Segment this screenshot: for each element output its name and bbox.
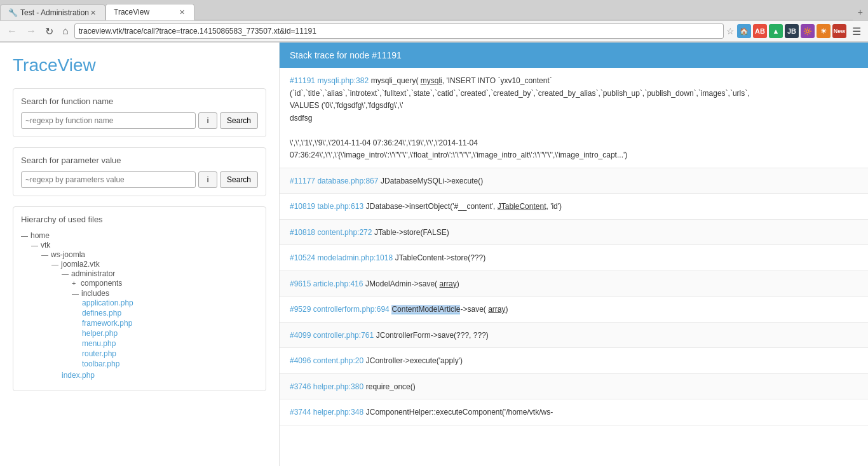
content-model-article-highlight[interactable]: ContentModelArticle: [391, 305, 460, 314]
tree-node-includes[interactable]: — includes: [72, 289, 258, 298]
tree-node-framework-php[interactable]: framework.php: [82, 319, 258, 328]
trace-item-11191: #11191 mysqli.php:382 mysqli_query( mysq…: [280, 68, 868, 168]
tree-node-vtk[interactable]: — vtk: [31, 241, 258, 250]
ext-icon-6[interactable]: ☀: [817, 24, 831, 38]
label-defines-php[interactable]: defines.php: [82, 309, 121, 318]
tab-close-test-admin[interactable]: ✕: [89, 9, 97, 17]
address-bar[interactable]: [74, 23, 724, 39]
parameter-search-button[interactable]: Search: [220, 171, 258, 188]
trace-text-11177: JDatabaseMySQLi->execute(): [381, 177, 483, 185]
tab-traceview[interactable]: TraceView ✕: [105, 4, 194, 20]
ext-icon-4[interactable]: JB: [785, 24, 799, 38]
tree-item-framework-php: framework.php: [82, 318, 258, 328]
trace-list: #11191 mysqli.php:382 mysqli_query( mysq…: [280, 68, 868, 425]
tree-node-index-php[interactable]: index.php: [62, 371, 258, 380]
back-button[interactable]: ←: [4, 24, 20, 38]
tree-item-router-php: router.php: [82, 349, 258, 359]
trace-item-10818: #10818 content.php:272 JTable->store(FAL…: [280, 220, 868, 246]
tree-node-router-php[interactable]: router.php: [82, 349, 258, 358]
label-helper-php[interactable]: helper.php: [82, 329, 118, 338]
label-components: components: [81, 279, 122, 288]
tree-node-toolbar-php[interactable]: toolbar.php: [82, 359, 258, 368]
ext-icon-1[interactable]: 🏠: [737, 24, 751, 38]
trace-text-3746: require_once(): [366, 382, 416, 391]
label-toolbar-php[interactable]: toolbar.php: [82, 359, 119, 368]
label-index-php[interactable]: index.php: [62, 371, 95, 380]
trace-link-4096[interactable]: #4096 content.php:20: [290, 356, 363, 365]
tree-node-joomla2[interactable]: — joomla2.vtk: [51, 260, 258, 269]
trace-item-3744: #3744 helper.php:348 JComponentHelper::e…: [280, 399, 868, 425]
forward-button[interactable]: →: [23, 24, 39, 38]
tree-children-includes: application.php defines.php: [72, 298, 258, 369]
trace-link-10524[interactable]: #10524 modeladmin.php:1018: [290, 253, 393, 262]
trace-link-11177[interactable]: #11177 database.php:867: [290, 177, 378, 185]
page-wrapper: TraceView Search for function name Searc…: [0, 43, 868, 466]
toggle-ws-joomla: —: [41, 251, 48, 258]
tree-node-menu-php[interactable]: menu.php: [82, 339, 258, 348]
trace-item-3746: #3746 helper.php:380 require_once(): [280, 374, 868, 400]
tab-spacer: [194, 20, 853, 20]
tree-children-vtk: — ws-joomla — joomla2.vtk: [31, 250, 258, 382]
trace-item-11177: #11177 database.php:867 JDatabaseMySQLi-…: [280, 168, 868, 194]
tree-children-ws-joomla: — joomla2.vtk —: [41, 259, 258, 381]
label-ws-joomla: ws-joomla: [51, 250, 85, 259]
tree-node-ws-joomla[interactable]: — ws-joomla: [41, 250, 258, 259]
new-tab-button[interactable]: +: [853, 4, 868, 20]
bookmark-icon[interactable]: ☆: [726, 26, 735, 36]
menu-button[interactable]: ☰: [849, 24, 864, 39]
reload-button[interactable]: ↻: [42, 24, 57, 39]
tree-node-helper-php[interactable]: helper.php: [82, 329, 258, 338]
function-search-input[interactable]: [21, 112, 196, 129]
tab-bar: 🔧 Test - Administration ✕ TraceView ✕ +: [0, 0, 868, 20]
trace-text-9529: ContentModelArticle->save( array): [391, 305, 508, 314]
toggle-administrator: —: [62, 270, 69, 277]
home-button[interactable]: ⌂: [59, 24, 72, 38]
label-application-php[interactable]: application.php: [82, 298, 133, 307]
nav-bar: ← → ↻ ⌂ ☆ 🏠 AB ▲ JB 🔆 ☀ New ☰: [0, 20, 868, 42]
function-search-modifier[interactable]: [198, 112, 217, 129]
trace-link-10819[interactable]: #10819 table.php:613: [290, 202, 363, 211]
tree-node-defines-php[interactable]: defines.php: [82, 309, 258, 318]
tree-node-application-php[interactable]: application.php: [82, 298, 258, 307]
trace-link-3744[interactable]: #3744 helper.php:348: [290, 408, 363, 417]
ext-icon-new[interactable]: New: [832, 24, 846, 38]
trace-text-4096: JController->execute('apply'): [366, 356, 463, 365]
trace-link-10818[interactable]: #10818 content.php:272: [290, 228, 372, 237]
tree-node-home[interactable]: — home: [21, 231, 258, 240]
trace-text-9615: JModelAdmin->save( array): [365, 279, 459, 288]
trace-item-4096: #4096 content.php:20 JController->execut…: [280, 348, 868, 374]
right-panel: Stack trace for node #11191 #11191 mysql…: [280, 43, 868, 466]
tree-item-helper-php: helper.php: [82, 328, 258, 338]
function-search-button[interactable]: Search: [220, 112, 258, 129]
trace-text-3744: JComponentHelper::executeComponent('/hom…: [366, 408, 553, 417]
trace-item-9615: #9615 article.php:416 JModelAdmin->save(…: [280, 271, 868, 297]
function-search-title: Search for function name: [21, 97, 258, 106]
label-menu-php[interactable]: menu.php: [82, 339, 116, 348]
tree-item-components: + components: [72, 278, 258, 288]
trace-link-4099[interactable]: #4099 controller.php:761: [290, 331, 374, 340]
tree-node-components[interactable]: + components: [72, 279, 258, 288]
tab-close-traceview[interactable]: ✕: [178, 8, 186, 17]
label-framework-php[interactable]: framework.php: [82, 319, 132, 328]
toggle-joomla2: —: [51, 260, 58, 268]
tree-node-administrator[interactable]: — administrator: [62, 269, 258, 278]
tree-item-administrator: — administrator: [62, 269, 258, 370]
trace-text-11191: mysqli_query( mysqli, 'INSERT INTO `yxv1…: [290, 76, 750, 159]
parameter-search-modifier[interactable]: [198, 171, 217, 188]
ext-icon-5[interactable]: 🔆: [801, 24, 815, 38]
ext-icon-2[interactable]: AB: [753, 24, 767, 38]
label-router-php[interactable]: router.php: [82, 349, 116, 358]
label-vtk: vtk: [41, 241, 50, 250]
tab-label-traceview: TraceView: [114, 8, 149, 17]
tab-test-admin[interactable]: 🔧 Test - Administration ✕: [0, 4, 105, 20]
trace-link-9615[interactable]: #9615 article.php:416: [290, 279, 363, 288]
trace-item-10819: #10819 table.php:613 JDatabase->insertOb…: [280, 194, 868, 220]
tree-item-vtk: — vtk — ws-joomla: [31, 240, 258, 382]
browser-chrome: 🔧 Test - Administration ✕ TraceView ✕ + …: [0, 0, 868, 43]
trace-link-3746[interactable]: #3746 helper.php:380: [290, 382, 363, 391]
toggle-includes: —: [72, 290, 79, 297]
parameter-search-input[interactable]: [21, 171, 196, 188]
trace-link-11191[interactable]: #11191 mysqli.php:382: [290, 76, 369, 85]
trace-link-9529[interactable]: #9529 controllerform.php:694: [290, 305, 390, 314]
ext-icon-3[interactable]: ▲: [769, 24, 783, 38]
